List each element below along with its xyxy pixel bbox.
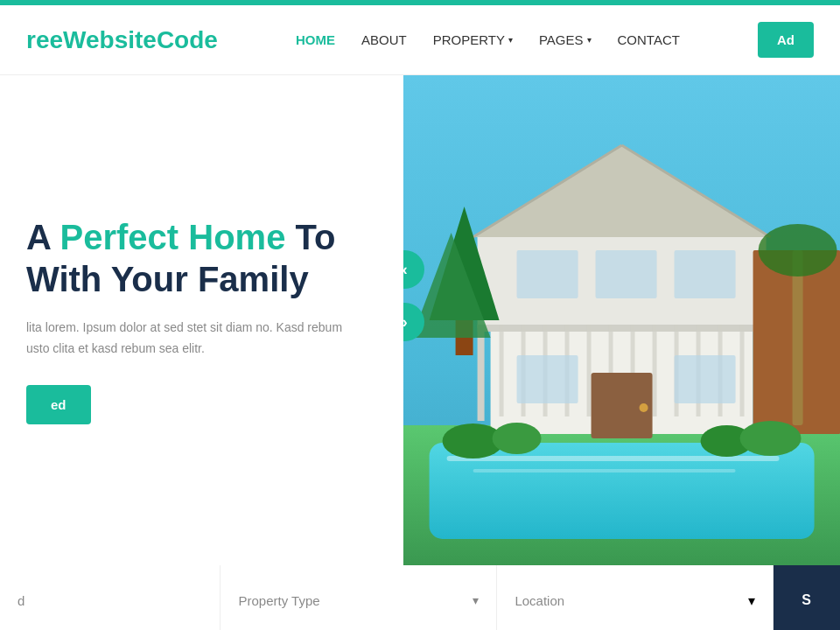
- house-illustration: [403, 75, 840, 565]
- svg-rect-8: [477, 325, 484, 421]
- hero-section: A Perfect Home To With Your Family lita …: [0, 75, 840, 565]
- svg-rect-28: [516, 355, 578, 403]
- nav-links: HOME ABOUT PROPERTY ▾ PAGES ▾ CONTACT: [296, 32, 680, 48]
- hero-left-panel: A Perfect Home To With Your Family lita …: [0, 75, 403, 565]
- chevron-down-icon: ▾: [748, 592, 755, 609]
- location-label: Location: [514, 593, 564, 608]
- nav-link-home[interactable]: HOME: [296, 32, 335, 47]
- navbar: reeWebsiteCode HOME ABOUT PROPERTY ▾ PAG…: [0, 5, 840, 75]
- svg-rect-27: [674, 250, 735, 298]
- sidebar-item-home[interactable]: HOME: [296, 32, 335, 48]
- nav-link-pages[interactable]: PAGES: [539, 32, 584, 47]
- chevron-down-icon: ▾: [508, 35, 513, 45]
- svg-point-37: [758, 224, 836, 276]
- hero-cta-button[interactable]: ed: [26, 385, 91, 424]
- cta-button[interactable]: Ad: [758, 22, 814, 58]
- hero-title-line2: With Your Family: [26, 260, 309, 298]
- hero-description: lita lorem. Ipsum dolor at sed stet sit …: [26, 318, 359, 360]
- svg-rect-14: [586, 325, 591, 416]
- svg-rect-17: [652, 325, 656, 416]
- svg-point-39: [492, 423, 541, 454]
- hero-image-panel: ‹ ›: [403, 75, 840, 565]
- search-submit-button[interactable]: S: [774, 565, 840, 630]
- svg-rect-7: [477, 325, 766, 332]
- chevron-down-icon: ▾: [587, 35, 592, 45]
- hero-title: A Perfect Home To With Your Family: [26, 216, 368, 300]
- svg-point-31: [639, 403, 648, 412]
- nav-link-property[interactable]: PROPERTY: [433, 32, 505, 47]
- keyword-input[interactable]: [18, 593, 202, 608]
- sidebar-item-about[interactable]: ABOUT: [361, 32, 407, 48]
- sidebar-item-pages[interactable]: PAGES ▾: [539, 32, 592, 47]
- svg-rect-10: [499, 325, 503, 416]
- svg-rect-25: [516, 250, 578, 298]
- svg-rect-29: [674, 355, 735, 403]
- chevron-right-icon: ›: [403, 313, 408, 332]
- location-select-wrap[interactable]: Location ▾: [497, 565, 774, 630]
- sidebar-item-property[interactable]: PROPERTY ▾: [433, 32, 513, 47]
- svg-point-41: [739, 421, 801, 456]
- property-type-select-wrap[interactable]: Property Type ▾: [220, 565, 497, 630]
- svg-rect-26: [595, 250, 656, 298]
- brand-logo: reeWebsiteCode: [26, 26, 218, 54]
- nav-link-about[interactable]: ABOUT: [361, 32, 407, 47]
- svg-rect-21: [739, 325, 744, 416]
- sidebar-item-contact[interactable]: CONTACT: [618, 32, 680, 48]
- nav-link-contact[interactable]: CONTACT: [618, 32, 680, 47]
- hero-title-prefix: A: [26, 218, 60, 256]
- chevron-down-icon: ▾: [472, 593, 479, 607]
- hero-title-suffix: To: [285, 218, 335, 256]
- keyword-input-wrap[interactable]: [0, 565, 220, 630]
- chevron-left-icon: ‹: [403, 261, 408, 279]
- svg-rect-4: [472, 469, 735, 472]
- search-bar: Property Type ▾ Location ▾ S: [0, 565, 840, 630]
- property-type-label: Property Type: [238, 593, 319, 608]
- hero-title-highlight: Perfect Home: [60, 218, 286, 256]
